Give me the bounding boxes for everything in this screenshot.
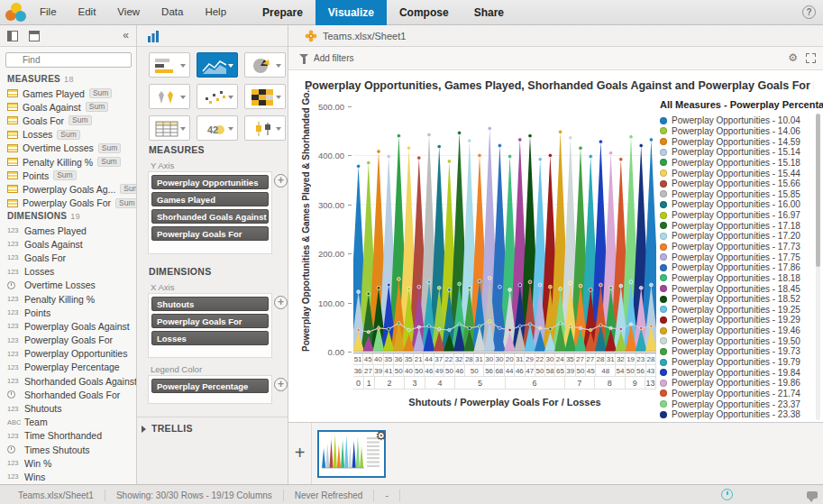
legend-item[interactable]: Powerplay Opportunities - 19.50	[660, 335, 820, 346]
refresh-status-icon[interactable]	[721, 489, 733, 500]
y-axis-token[interactable]: Powerplay Goals For	[151, 226, 269, 241]
x-axis-token[interactable]: Powerplay Goals For	[151, 314, 269, 328]
measure-item[interactable]: LossesSum	[0, 128, 137, 142]
dimension-item[interactable]: 123Powerplay Goals For	[0, 334, 137, 347]
bar-chart-button[interactable]	[149, 52, 190, 78]
visualization-thumbnail[interactable]: ⚙	[317, 430, 386, 478]
app-tab-compose[interactable]: Compose	[387, 0, 462, 25]
legend-item[interactable]: Powerplay Opportunities - 16.97	[660, 210, 820, 221]
pie-chart-button[interactable]	[244, 52, 286, 78]
maximize-icon[interactable]	[806, 53, 816, 63]
x-axis-token[interactable]: Losses	[151, 331, 269, 345]
dimension-item[interactable]: 123Losses	[0, 265, 137, 279]
legend-item[interactable]: Powerplay Opportunities - 19.86	[660, 378, 820, 389]
scatter-chart-button[interactable]	[197, 84, 238, 109]
dimension-item[interactable]: 123Time Shorthanded	[0, 429, 137, 443]
boxplot-chart-button[interactable]	[244, 115, 286, 141]
measure-item[interactable]: Goals ForSum	[0, 114, 137, 127]
legend-item[interactable]: Powerplay Opportunities - 16.00	[660, 199, 820, 210]
area-chart-button[interactable]	[197, 52, 238, 78]
add-x-dimension-button[interactable]: +	[274, 296, 288, 309]
legend-item[interactable]: Powerplay Opportunities - 17.20	[660, 231, 820, 242]
chart-settings-gear-icon[interactable]: ⚙	[788, 51, 798, 64]
heatmap-chart-button[interactable]	[244, 84, 286, 109]
dimension-item[interactable]: 123Powerplay Percentage	[0, 361, 137, 374]
dimension-item[interactable]: 123Shutouts	[0, 401, 137, 415]
dimension-item[interactable]: 123Wins	[0, 470, 137, 483]
legend-color-token[interactable]: Powerplay Percentage	[151, 379, 269, 393]
legend-item[interactable]: Powerplay Opportunities - 15.18	[660, 158, 820, 169]
legend-item[interactable]: Powerplay Opportunities - 14.59	[660, 136, 820, 147]
legend-item[interactable]: Powerplay Opportunities - 18.18	[660, 273, 820, 284]
measure-item[interactable]: Powerplay Goals Ag...Sum	[0, 182, 137, 196]
dimension-item[interactable]: ABCTeam	[0, 416, 137, 429]
legend-item[interactable]: Powerplay Opportunities - 14.06	[660, 126, 820, 137]
legend-item[interactable]: Powerplay Opportunities - 15.85	[660, 188, 820, 199]
search-input[interactable]	[5, 52, 132, 68]
dimension-item[interactable]: Overtime Losses	[0, 279, 137, 292]
legend-item[interactable]: Powerplay Opportunities - 18.52	[660, 294, 820, 305]
legend-scrollbar-thumb[interactable]	[816, 114, 820, 267]
dimension-item[interactable]: 123Goals For	[0, 251, 137, 264]
measure-item[interactable]: PointsSum	[0, 169, 137, 182]
legend-item[interactable]: Powerplay Opportunities - 17.86	[660, 262, 820, 273]
dimension-item[interactable]: Shorhanded Goals For	[0, 388, 137, 401]
y-axis-token[interactable]: Games Played	[151, 192, 269, 206]
collapse-sidebar-icon[interactable]: «	[123, 29, 129, 41]
measure-item[interactable]: Games PlayedSum	[0, 87, 137, 100]
table-button[interactable]	[149, 115, 190, 141]
dimension-item[interactable]: 123Powerplay Goals Against	[0, 319, 137, 333]
legend-item[interactable]: Powerplay Opportunities - 15.44	[660, 168, 820, 179]
dimension-item[interactable]: 123Goals Against	[0, 237, 137, 251]
legend-item[interactable]: Powerplay Opportunities - 23.37	[660, 399, 820, 409]
legend-item[interactable]: Powerplay Opportunities - 19.29	[660, 315, 820, 325]
geo-chart-button[interactable]	[149, 84, 190, 109]
legend-item[interactable]: Powerplay Opportunities - 10.04	[660, 115, 820, 126]
legend-item[interactable]: Powerplay Opportunities - 19.84	[660, 367, 820, 378]
document-tab[interactable]: Teams.xlsx/Sheet1	[296, 25, 415, 47]
y-axis-token[interactable]: Shorhanded Goals Against	[151, 209, 269, 224]
legend-item[interactable]: Powerplay Opportunities - 19.25	[660, 305, 820, 316]
legend-item[interactable]: Powerplay Opportunities - 17.18	[660, 220, 820, 231]
legend-item[interactable]: Powerplay Opportunities - 15.66	[660, 179, 820, 189]
app-tab-prepare[interactable]: Prepare	[250, 0, 315, 25]
dimension-item[interactable]: Times Shutouts	[0, 443, 137, 456]
menu-file[interactable]: File	[29, 0, 68, 25]
dimension-item[interactable]: 123Shorhanded Goals Against	[0, 374, 137, 388]
legend-item[interactable]: Powerplay Opportunities - 21.74	[660, 389, 820, 399]
legend-item[interactable]: Powerplay Opportunities - 19.73	[660, 346, 820, 357]
app-tab-share[interactable]: Share	[462, 0, 517, 25]
legend-item[interactable]: Powerplay Opportunities - 17.73	[660, 242, 820, 252]
measure-item[interactable]: Goals AgainstSum	[0, 100, 137, 114]
dataset-view-icon[interactable]	[29, 31, 40, 41]
trellis-section[interactable]: TRELLIS	[137, 417, 288, 438]
measure-item[interactable]: Powerplay Goals ForSum	[0, 197, 137, 210]
menu-help[interactable]: Help	[194, 0, 237, 25]
measure-item[interactable]: Penalty Killing %Sum	[0, 155, 137, 169]
dimension-item[interactable]: 123Powerplay Opportunities	[0, 347, 137, 361]
legend-item[interactable]: Powerplay Opportunities - 15.14	[660, 147, 820, 158]
dimension-item[interactable]: 123Penalty Killing %	[0, 292, 137, 306]
add-filters-button[interactable]: Add filters	[299, 53, 353, 63]
menu-view[interactable]: View	[106, 0, 151, 25]
dimension-item[interactable]: 123Games Played	[0, 224, 137, 237]
dimension-item[interactable]: 123Points	[0, 306, 137, 319]
app-tab-visualize[interactable]: Visualize	[315, 0, 387, 25]
object-view-icon[interactable]	[7, 31, 18, 41]
add-visualization-button[interactable]: +	[288, 423, 312, 485]
legend-item[interactable]: Powerplay Opportunities - 19.79	[660, 357, 820, 368]
x-axis-token[interactable]: Shutouts	[151, 297, 269, 311]
add-legend-dimension-button[interactable]: +	[274, 378, 288, 391]
dimension-item[interactable]: 123Win %	[0, 456, 137, 470]
help-icon[interactable]: ?	[802, 5, 816, 19]
area-chart-plot[interactable]	[353, 106, 656, 352]
numeric-point-button[interactable]: 42	[197, 115, 238, 141]
measure-item[interactable]: Overtime LossesSum	[0, 142, 137, 155]
feedback-icon[interactable]	[807, 491, 818, 499]
legend-item[interactable]: Powerplay Opportunities - 18.45	[660, 283, 820, 294]
y-axis-token[interactable]: Powerplay Opportunities	[151, 175, 269, 189]
legend-item[interactable]: Powerplay Opportunities - 23.38	[660, 409, 820, 420]
legend-item[interactable]: Powerplay Opportunities - 17.75	[660, 252, 820, 262]
menu-data[interactable]: Data	[151, 0, 194, 25]
add-measure-button[interactable]: +	[274, 174, 288, 188]
